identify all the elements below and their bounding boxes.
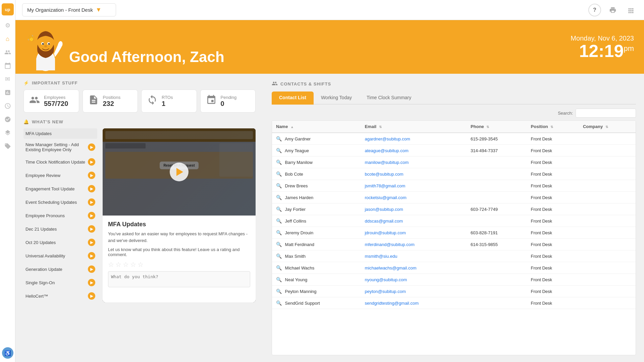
grid-icon[interactable]	[625, 4, 637, 16]
cell-company	[579, 203, 636, 215]
table-row[interactable]: 🔍 Max Smith msmith@siu.edu Front Desk	[272, 250, 636, 262]
table-row[interactable]: 🔍 Jeremy Drouin jdrouin@subitup.com 603-…	[272, 227, 636, 239]
email-link[interactable]: bcote@subitup.com	[365, 172, 403, 177]
clock-icon[interactable]	[2, 100, 14, 112]
news-item-event-scheduling[interactable]: Event Scheduling Updates ▶	[23, 196, 97, 208]
star-5[interactable]: ☆	[138, 260, 144, 268]
email-link[interactable]: ddscas@gmail.com	[365, 219, 403, 224]
help-icon[interactable]: ?	[588, 4, 601, 16]
table-header-row: Name ▲ Email ⇅ Phone ⇅	[272, 121, 636, 133]
news-item-oct20[interactable]: Oct 20 Updates ▶	[23, 236, 97, 249]
cell-position: Front Desk	[527, 286, 579, 297]
people-icon[interactable]	[2, 46, 14, 58]
col-header-email[interactable]: Email ⇅	[361, 121, 467, 133]
news-item-engagement[interactable]: Engagement Tool Update ▶	[23, 182, 97, 195]
cell-email: nyoung@subitup.com	[361, 274, 467, 286]
star-rating[interactable]: ☆ ☆ ☆ ☆ ☆	[108, 260, 250, 268]
news-item-label: Dec 21 Updates	[25, 227, 57, 232]
email-link[interactable]: manilow@subitup.com	[365, 160, 409, 165]
star-4[interactable]: ☆	[130, 260, 136, 268]
calendar-icon[interactable]	[2, 60, 14, 72]
news-item-generation[interactable]: Generation Update ▶	[23, 263, 97, 276]
col-header-position[interactable]: Position ⇅	[527, 121, 579, 133]
contact-search-icon: 🔍	[276, 265, 282, 270]
play-button[interactable]	[170, 163, 189, 181]
news-item-employee-review[interactable]: Employee Review ▶	[23, 169, 97, 182]
table-row[interactable]: 🔍 Matt Ferdinand mferdinand@subitup.com …	[272, 239, 636, 250]
employees-stat[interactable]: Employees 557/720	[23, 89, 79, 113]
email-link[interactable]: jsmith78@gmail.com	[365, 183, 405, 188]
positions-stat[interactable]: Positions 232	[83, 89, 138, 113]
col-header-name[interactable]: Name ▲	[272, 121, 361, 133]
table-row[interactable]: 🔍 Amy Teague ateague@subitup.com 314-494…	[272, 145, 636, 157]
settings-icon[interactable]: ⚙	[2, 19, 14, 32]
table-row[interactable]: 🔍 Jeff Collins ddscas@gmail.com Front De…	[272, 215, 636, 227]
rtos-stat[interactable]: RTOs 1	[141, 89, 197, 113]
contacts-table: Name ▲ Email ⇅ Phone ⇅	[272, 120, 636, 355]
news-item-manager-setting[interactable]: New Manager Setting - Add Existing Emplo…	[23, 139, 97, 155]
email-link[interactable]: agardner@subitup.com	[365, 136, 410, 141]
email-link[interactable]: rocketsiu@gmail.com	[365, 195, 406, 200]
topbar-actions: ?	[588, 4, 637, 16]
pending-stat[interactable]: Pending 0	[200, 89, 256, 113]
table-row[interactable]: 🔍 Peyton Manning peyton@subitup.com Fron…	[272, 286, 636, 297]
news-item-dec21[interactable]: Dec 21 Updates ▶	[23, 223, 97, 235]
table-row[interactable]: 🔍 SendGrid Support sendgridtesting@gmail…	[272, 297, 636, 309]
rtos-icon	[147, 95, 158, 108]
table-row[interactable]: 🔍 Amy Gardner agardner@subitup.com 615-2…	[272, 133, 636, 145]
contact-search-icon: 🔍	[276, 277, 282, 282]
email-link[interactable]: sendgridtesting@gmail.com	[365, 301, 419, 306]
tab-contact-list[interactable]: Contact List	[272, 92, 314, 105]
contacts-title: CONTACTS & SHIFTS	[272, 80, 636, 87]
star-3[interactable]: ☆	[123, 260, 129, 268]
news-item-pronouns[interactable]: Employee Pronouns ▶	[23, 209, 97, 222]
search-input[interactable]	[576, 109, 636, 118]
news-active-title: MFA Updates	[108, 221, 250, 228]
user-settings-icon[interactable]	[2, 113, 14, 125]
col-header-company[interactable]: Company ⇅	[579, 121, 636, 133]
mail-icon[interactable]: ✉	[2, 73, 14, 85]
tab-working-today[interactable]: Working Today	[314, 92, 359, 105]
email-link[interactable]: michaelwachs@gmail.com	[365, 265, 416, 270]
table-row[interactable]: 🔍 Neal Young nyoung@subitup.com Front De…	[272, 274, 636, 286]
email-link[interactable]: jdrouin@subitup.com	[365, 230, 406, 235]
cell-company	[579, 215, 636, 227]
news-item-hellocert[interactable]: HelloCert™ ▶	[23, 290, 97, 302]
star-2[interactable]: ☆	[115, 260, 121, 268]
table-row[interactable]: 🔍 Jay Fortier jason@subitup.com 603-724-…	[272, 203, 636, 215]
table-row[interactable]: 🔍 Drew Brees jsmith78@gmail.com Front De…	[272, 180, 636, 192]
email-link[interactable]: peyton@subitup.com	[365, 289, 406, 294]
star-1[interactable]: ☆	[108, 260, 114, 268]
table-row[interactable]: 🔍 Barry Manilow manilow@subitup.com Fron…	[272, 157, 636, 168]
contact-search-icon: 🔍	[276, 171, 282, 177]
layers-icon[interactable]	[2, 127, 14, 139]
table-row[interactable]: 🔍 James Harden rocketsiu@gmail.com Front…	[272, 192, 636, 203]
news-comment-input[interactable]	[108, 271, 250, 287]
cell-email: sendgridtesting@gmail.com	[361, 297, 467, 309]
news-item-mfa[interactable]: MFA Updates	[23, 128, 97, 139]
chart-icon[interactable]	[2, 86, 14, 99]
tag-icon[interactable]	[2, 140, 14, 152]
org-selector[interactable]: My Organization - Front Desk ▼	[22, 3, 116, 16]
email-link[interactable]: jason@subitup.com	[365, 207, 403, 212]
accessibility-icon[interactable]: ♿	[2, 347, 13, 359]
contacts-data-table: Name ▲ Email ⇅ Phone ⇅	[272, 121, 636, 309]
email-link[interactable]: ateague@subitup.com	[365, 148, 408, 153]
email-link[interactable]: mferdinand@subitup.com	[365, 242, 414, 247]
tab-time-clock-summary[interactable]: Time Clock Summary	[359, 92, 419, 105]
app-logo[interactable]: up	[2, 3, 14, 15]
table-row[interactable]: 🔍 Bob Cote bcote@subitup.com Front Desk	[272, 168, 636, 180]
email-link[interactable]: nyoung@subitup.com	[365, 277, 407, 282]
news-item-sso[interactable]: Single Sign-On ▶	[23, 276, 97, 289]
cell-company	[579, 133, 636, 145]
news-item-universal-availability[interactable]: Universal Availability ▶	[23, 249, 97, 262]
main-area: My Organization - Front Desk ▼ ?	[15, 0, 644, 362]
news-item-timeclock[interactable]: Time Clock Notification Update ▶	[23, 156, 97, 168]
news-item-label: HelloCert™	[25, 294, 48, 299]
table-row[interactable]: 🔍 Michael Wachs michaelwachs@gmail.com F…	[272, 262, 636, 274]
print-icon[interactable]	[606, 4, 619, 16]
email-link[interactable]: msmith@siu.edu	[365, 254, 397, 259]
home-icon[interactable]: ⌂	[2, 33, 14, 45]
col-header-phone[interactable]: Phone ⇅	[467, 121, 527, 133]
cell-phone	[467, 157, 527, 168]
